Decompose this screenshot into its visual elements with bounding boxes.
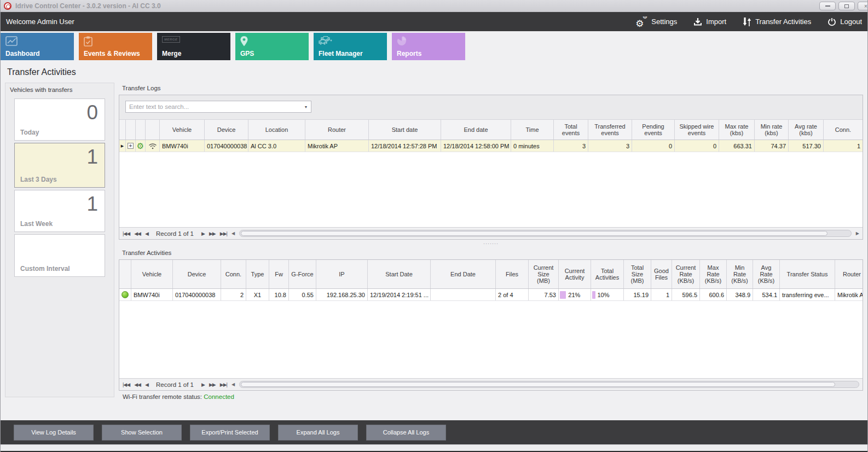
col2-header-router[interactable]: Router [835,260,863,288]
col2-header-max-rate[interactable]: Max Rate (KB/s) [700,260,727,288]
col-header-max-rate[interactable]: Max rate (kbs) [719,120,755,140]
col-header-end-date[interactable]: End date [441,120,511,140]
nav2-forward-icon[interactable]: ▶▶ [209,382,216,387]
transfer-logs-empty-area [119,152,863,227]
nav2-last-icon[interactable]: ▶▶| [220,382,227,387]
transfer-activities-row[interactable]: BMW740i 017040000038 2 X1 10.8 0.55 192.… [119,289,863,301]
col-header-avg-rate[interactable]: Avg rate (kbs) [789,120,824,140]
scrollbar2-thumb[interactable] [241,382,835,387]
col2-header-good-files[interactable]: Good Files [651,260,672,288]
tab-merge[interactable]: MERGE Merge [157,33,230,60]
cell-skipped-wire-events: 0 [675,140,719,152]
transfer-activities-button[interactable]: Transfer Activities [743,17,811,27]
nav-next-icon[interactable]: ▶ [201,231,205,236]
export-print-selected-button[interactable]: Export/Print Selected [190,425,270,441]
transfer-logs-row[interactable]: ▶ + ⚙ BMW740i 017040000038 Al CC 3.0 Mik… [119,140,863,152]
row-gear-cell: ⚙ [136,140,146,152]
card-custom-interval[interactable]: Custom Interval [14,234,105,277]
transfer-logs-panel: Transfer Logs ▼ Vehicle Dev [119,83,863,240]
col-header-location[interactable]: Location [248,120,305,140]
hscroll2-left-icon[interactable]: ◀ [232,382,235,387]
col2-header-min-rate[interactable]: Min Rate (KB/s) [727,260,753,288]
close-button[interactable]: × [858,2,868,10]
show-selection-button[interactable]: Show Selection [102,425,182,441]
col-header-time[interactable]: Time [511,120,554,140]
col2-header-total-activities[interactable]: Total Activities [591,260,624,288]
logout-button[interactable]: Logout [828,18,862,26]
tab-reports[interactable]: Reports [392,33,465,60]
hscroll-left-icon[interactable]: ◀ [232,231,235,236]
panel-splitter[interactable]: ······· [119,240,863,247]
col2-header-type[interactable]: Type [246,260,269,288]
card-last-week[interactable]: 1 Last Week [14,190,105,232]
cell2-files: 2 of 4 [496,289,529,300]
horizontal-scrollbar-2[interactable] [239,381,859,388]
transfer-activities-label: Transfer Activities [755,18,811,26]
col2-header-current-rate[interactable]: Current Rate (KB/s) [672,260,700,288]
col2-header-total-size[interactable]: Total Size (MB) [624,260,651,288]
col-header-skipped-wire-events[interactable]: Skipped wire events [675,120,719,140]
horizontal-scrollbar[interactable] [239,230,852,237]
col2-header-conn[interactable]: Conn. [221,260,246,288]
expand-all-logs-button[interactable]: Expand All Logs [278,425,358,441]
settings-button[interactable]: ⚙⚙ Settings [635,16,677,27]
minimize-button[interactable] [819,2,836,10]
col2-header-avg-rate[interactable]: Avg Rate (KB/s) [753,260,780,288]
fleet-cars-icon [319,36,333,45]
col2-header-ip[interactable]: IP [316,260,368,288]
scrollbar-thumb[interactable] [241,231,828,236]
cell2-vehicle: BMW740i [131,289,173,300]
collapse-all-logs-button[interactable]: Collapse All Logs [366,425,446,441]
col-header-transferred-events[interactable]: Transferred events [588,120,632,140]
col2-header-start-date[interactable]: Start Date [368,260,431,288]
current-activity-progress [560,291,566,299]
tab-gps[interactable]: GPS [235,33,309,60]
nav-last-icon[interactable]: ▶▶| [220,231,227,236]
tab-gps-label: GPS [240,50,254,57]
expand-row-button[interactable]: + [128,143,134,149]
col2-header-fw[interactable]: Fw [269,260,289,288]
maximize-button[interactable] [838,2,855,10]
nav2-rewind-icon[interactable]: ◀◀ [134,382,141,387]
tab-events-reviews[interactable]: Events & Reviews [79,33,152,60]
search-input[interactable] [126,103,301,110]
col-header-vehicle[interactable]: Vehicle [160,120,205,140]
welcome-text: Welcome Admin User [6,18,74,26]
connected-status-icon [121,291,129,298]
col2-header-transfer-status[interactable]: Transfer Status [780,260,835,288]
col-header-pending-events[interactable]: Pending events [632,120,675,140]
nav-forward-icon[interactable]: ▶▶ [209,231,216,236]
import-button[interactable]: Import [693,18,726,26]
nav-rewind-icon[interactable]: ◀◀ [134,231,141,236]
tab-fleet-manager[interactable]: Fleet Manager [314,33,387,60]
card-last-3-days[interactable]: 1 Last 3 Days [14,143,105,188]
col2-header-g-force[interactable]: G-Force [289,260,316,288]
wifi-status-line: Wi-Fi transfer remote status: Connected [119,391,863,400]
transfer-activities-empty-area [119,301,863,378]
col-header-min-rate[interactable]: Min rate (kbs) [755,120,789,140]
hscroll-right-icon[interactable]: ▶ [856,231,859,236]
col2-header-current-activity[interactable]: Current Activity [559,260,591,288]
col-header-conn[interactable]: Conn. [824,120,863,140]
col2-header-end-date[interactable]: End Date [431,260,496,288]
nav2-first-icon[interactable]: |◀◀ [123,382,130,387]
search-dropdown-icon[interactable]: ▼ [301,105,311,109]
col2-header-current-size[interactable]: Current Size (MB) [529,260,559,288]
col-header-total-events[interactable]: Total events [554,120,588,140]
col-header-device[interactable]: Device [205,120,248,140]
nav-prev-icon[interactable]: ◀ [145,231,148,236]
cell2-avg-rate: 534.1 [753,289,780,300]
col2-header-vehicle[interactable]: Vehicle [131,260,173,288]
cell2-ip: 192.168.25.30 [316,289,368,300]
row-expander-cell: + [126,140,136,152]
nav2-next-icon[interactable]: ▶ [201,382,205,387]
card-today[interactable]: 0 Today [14,98,105,141]
view-log-details-button[interactable]: View Log Details [14,425,94,441]
col2-header-files[interactable]: Files [496,260,529,288]
nav2-prev-icon[interactable]: ◀ [145,382,148,387]
nav-first-icon[interactable]: |◀◀ [123,231,130,236]
col-header-router[interactable]: Router [305,120,369,140]
col2-header-device[interactable]: Device [173,260,221,288]
tab-dashboard[interactable]: Dashboard [1,33,74,60]
col-header-start-date[interactable]: Start date [369,120,441,140]
